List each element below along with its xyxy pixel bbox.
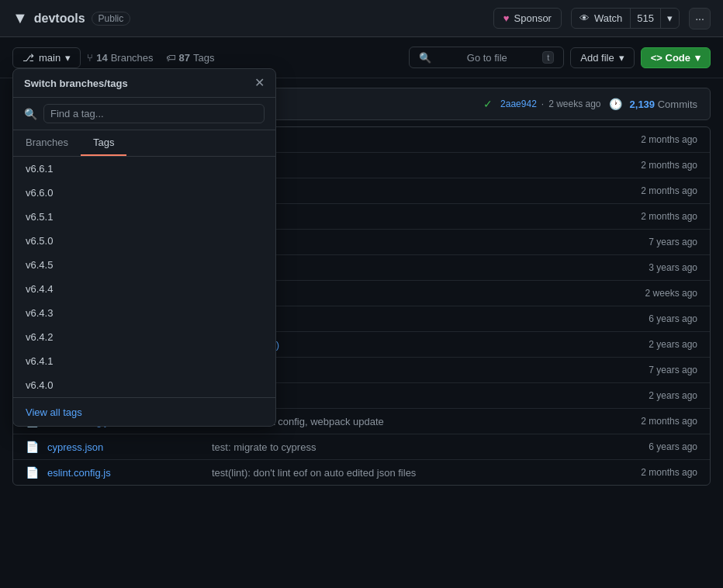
tag-list-item[interactable]: v6.5.0 <box>13 229 275 253</box>
tags-link[interactable]: 🏷 87 Tags <box>166 52 215 64</box>
history-icon: 🕐 <box>609 98 622 110</box>
dropdown-header: Switch branches/tags ✕ <box>13 69 275 98</box>
watch-group: 👁 Watch 515 ▾ <box>571 8 680 29</box>
cypress-time: 6 years ago <box>604 441 697 452</box>
eslint-commit: test(lint): don't lint eof on auto edite… <box>212 467 595 479</box>
branches-count: 14 <box>96 52 107 64</box>
commit-time: 2 weeks ago <box>548 99 600 109</box>
cypress-json-link[interactable]: cypress.json <box>47 441 202 453</box>
commit-hash-link[interactable]: 2aae942 <box>500 99 537 109</box>
branch-tag-dropdown: Switch branches/tags ✕ 🔍 Branches Tags v… <box>12 68 276 427</box>
dropdown-footer: View all tags <box>13 397 275 426</box>
devtools-logo-icon: ▼ <box>12 9 28 27</box>
visibility-badge: Public <box>92 12 131 26</box>
watch-chevron-button[interactable]: ▾ <box>660 9 679 28</box>
branch-name: main <box>39 52 61 64</box>
tag-list-item[interactable]: v6.4.4 <box>13 277 275 301</box>
dropdown-tabs: Branches Tags <box>13 130 275 157</box>
file-time-8: 6 years ago <box>604 313 697 324</box>
commits-count-link[interactable]: 2,139 Commits <box>630 99 697 110</box>
file-time-4: 2 months ago <box>604 211 697 222</box>
tag-list-item[interactable]: v6.4.5 <box>13 253 275 277</box>
dropdown-search-area: 🔍 <box>13 98 275 130</box>
search-icon: 🔍 <box>419 52 431 64</box>
file-row-cypress[interactable]: 📄 cypress.json test: migrate to cypress … <box>13 434 710 460</box>
tag-list-item[interactable]: v6.4.2 <box>13 325 275 349</box>
tag-list-item[interactable]: v6.4.3 <box>13 301 275 325</box>
tab-branches[interactable]: Branches <box>13 130 81 156</box>
watch-button[interactable]: 👁 Watch <box>572 9 631 28</box>
tag-search-input[interactable] <box>43 104 265 123</box>
tags-count: 87 <box>179 52 190 64</box>
file-time-9: 2 years ago <box>604 339 697 350</box>
file-time-2: 2 months ago <box>604 160 697 171</box>
code-button[interactable]: <> Code ▾ <box>641 47 711 68</box>
watch-label: Watch <box>594 12 622 24</box>
dropdown-close-button[interactable]: ✕ <box>254 77 265 89</box>
cypress-commit: test: migrate to cypress <box>212 441 595 453</box>
tab-tags[interactable]: Tags <box>81 130 126 156</box>
file-time-11: 2 years ago <box>604 390 697 401</box>
dropdown-title: Switch branches/tags <box>24 78 128 89</box>
file-icon-cypress: 📄 <box>26 441 38 453</box>
file-time-5: 7 years ago <box>604 237 697 247</box>
file-time-10: 7 years ago <box>604 365 697 375</box>
branch-icon: ⎇ <box>22 52 34 64</box>
add-file-chevron-icon: ▾ <box>619 52 624 64</box>
branches-icon: ⑂ <box>87 52 93 64</box>
commit-separator: · <box>541 99 544 109</box>
commit-status-icon: ✓ <box>483 98 493 110</box>
tag-list-item[interactable]: v6.6.1 <box>13 157 275 181</box>
go-to-file-label: Go to file <box>467 52 507 64</box>
code-label: <> Code <box>651 52 690 64</box>
watch-count[interactable]: 515 <box>631 9 660 28</box>
branches-label: Branches <box>111 52 154 64</box>
commit-meta: 2aae942 · 2 weeks ago <box>500 99 600 109</box>
code-chevron-icon: ▾ <box>695 52 701 64</box>
file-row-eslint[interactable]: 📄 eslint.config.js test(lint): don't lin… <box>13 460 710 485</box>
branch-selector-button[interactable]: ⎇ main ▾ <box>12 47 81 68</box>
file-icon-eslint: 📄 <box>26 466 38 479</box>
tag-list: v6.6.1v6.6.0v6.5.1v6.5.0v6.4.5v6.4.4v6.4… <box>13 157 275 397</box>
sponsor-label: Sponsor <box>514 12 552 24</box>
branches-link[interactable]: ⑂ 14 Branches <box>87 52 153 64</box>
tag-list-item[interactable]: v6.4.0 <box>13 373 275 397</box>
repo-name: devtools <box>34 12 85 26</box>
eslint-config-link[interactable]: eslint.config.js <box>47 467 202 479</box>
add-file-label: Add file <box>580 52 614 64</box>
eslint-time: 2 months ago <box>604 467 697 478</box>
file-time-7: 2 weeks ago <box>604 288 697 299</box>
heart-icon: ♥ <box>503 12 510 24</box>
tag-icon: 🏷 <box>166 52 176 64</box>
file-time-6: 3 years ago <box>604 262 697 273</box>
search-icon: 🔍 <box>24 108 37 120</box>
repo-meta: ⑂ 14 Branches 🏷 87 Tags <box>87 52 214 64</box>
tag-list-item[interactable]: v6.4.1 <box>13 349 275 373</box>
branch-chevron-icon: ▾ <box>65 52 71 64</box>
logo-area: ▼ devtools Public <box>12 9 130 27</box>
file-time-1: 2 months ago <box>604 134 697 145</box>
tag-list-item[interactable]: v6.6.0 <box>13 181 275 205</box>
nav-more-button[interactable]: ··· <box>689 8 711 29</box>
tag-list-item[interactable]: v6.5.1 <box>13 205 275 229</box>
add-file-button[interactable]: Add file ▾ <box>570 47 634 68</box>
go-to-file-button[interactable]: 🔍 Go to file t <box>409 47 564 68</box>
tags-label: Tags <box>193 52 214 64</box>
top-nav: ▼ devtools Public ♥ Sponsor 👁 Watch 515 … <box>0 0 723 37</box>
go-to-file-shortcut: t <box>542 51 554 64</box>
view-all-tags-link[interactable]: View all tags <box>26 406 82 418</box>
eye-icon: 👁 <box>579 12 590 24</box>
file-time-3: 2 months ago <box>604 185 697 196</box>
babel-time: 2 months ago <box>604 416 697 427</box>
sponsor-button[interactable]: ♥ Sponsor <box>493 8 562 29</box>
